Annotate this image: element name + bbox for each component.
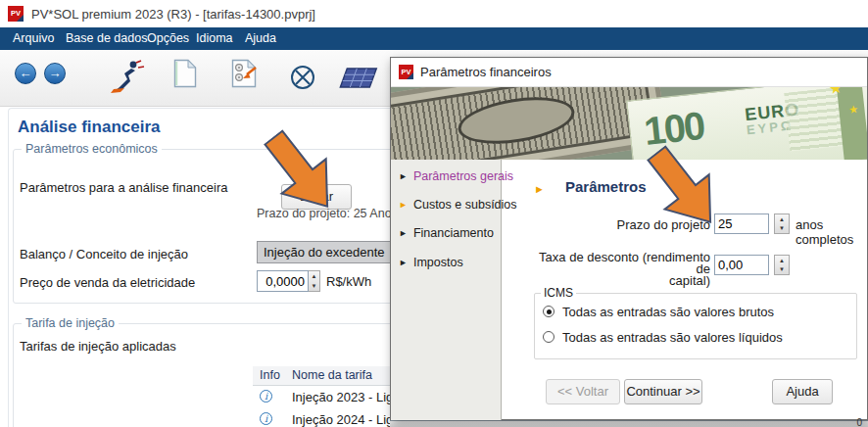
electricity-price-field: ▲▼ [257, 270, 320, 292]
group-tariff-label: Tarifa de injeção [22, 316, 119, 330]
pv-module-icon[interactable] [337, 67, 378, 93]
menu-base-de-dados[interactable]: Base de dados [66, 31, 147, 45]
discount-rate-input[interactable] [714, 255, 769, 275]
icms-label: ICMS [541, 286, 576, 300]
new-project-icon[interactable] [173, 59, 197, 91]
money-banner-image: 100 EURO ΕΥΡΩ ★ ★ [391, 87, 867, 160]
triangle-icon: ► [534, 183, 545, 195]
nav-financiamento[interactable]: ►Financiamento [399, 225, 494, 245]
cancel-icon[interactable] [290, 65, 315, 93]
electricity-price-label: Preço de venda da eletricidade [20, 275, 195, 290]
project-report-icon[interactable] [231, 59, 259, 91]
financial-params-label: Parâmetros para a análise financeira [20, 180, 227, 195]
electricity-price-unit: R$/kWh [326, 274, 371, 289]
status-strip [390, 420, 868, 427]
menu-idioma[interactable]: Idioma [196, 31, 233, 45]
back-button[interactable]: << Voltar [546, 379, 620, 404]
help-button[interactable]: Ajuda [772, 379, 833, 404]
continue-button[interactable]: Continuar >> [624, 379, 702, 404]
radio-gross-label[interactable]: Todas as entradas são valores brutos [562, 305, 774, 319]
dialog-titlebar[interactable]: PV Parâmetros financeiros [391, 58, 867, 87]
spin-down-icon[interactable]: ▼ [775, 265, 789, 275]
euro-star-icon: ★ [828, 87, 843, 98]
page-title: Análise financeira [18, 118, 161, 137]
run-simulation-icon[interactable] [110, 59, 145, 99]
menubar: Arquivo Base de dados Opções Idioma Ajud… [0, 27, 868, 50]
menu-arquivo[interactable]: Arquivo [13, 31, 54, 45]
electricity-price-input[interactable] [257, 270, 309, 292]
discount-rate-label: Taxa de desconto (rendimento de capital) [538, 252, 710, 287]
discount-rate-spinner[interactable]: ▲▼ [774, 255, 790, 275]
spin-down-icon[interactable]: ▼ [775, 224, 789, 234]
forward-icon[interactable]: → [44, 63, 66, 84]
back-icon[interactable]: ← [15, 63, 36, 84]
project-term-input[interactable] [714, 214, 769, 234]
menu-ajuda[interactable]: Ajuda [245, 31, 276, 45]
dialog-sidebar: ►Parâmetros gerais ►Custos e subsídios ►… [391, 160, 502, 420]
window-title: PV*SOL premium 2023 (R3) - [tarifas-1430… [31, 7, 315, 22]
nav-impostos[interactable]: ►Impostos [399, 255, 463, 274]
nav-custos-e-subsidios[interactable]: ►Custos e subsídios [399, 197, 517, 216]
spin-up-icon[interactable]: ▲ [775, 214, 789, 224]
triangle-icon: ► [399, 171, 408, 181]
nav-parametros-gerais[interactable]: ►Parâmetros gerais [399, 168, 513, 188]
col-name: Nome da tarifa [292, 368, 372, 382]
info-icon[interactable]: i [260, 412, 272, 425]
dialog-icon: PV [399, 65, 413, 79]
project-term-field [714, 214, 769, 234]
radio-net-label[interactable]: Todas as entradas são valores líquidos [562, 330, 783, 345]
spin-down-icon[interactable]: ▼ [309, 281, 319, 291]
euro-star-icon: ★ [848, 103, 859, 117]
electricity-price-spinner[interactable]: ▲▼ [309, 270, 320, 292]
radio-gross-values[interactable] [543, 306, 555, 317]
icms-groupbox: ICMS Todas as entradas são valores bruto… [534, 293, 857, 359]
menu-opcoes[interactable]: Opções [147, 31, 189, 45]
radio-net-values[interactable] [543, 331, 555, 343]
col-info: Info [260, 368, 280, 382]
financial-parameters-dialog: PV Parâmetros financeiros 100 EURO ΕΥΡΩ … [390, 57, 868, 420]
dialog-title: Parâmetros financeiros [420, 65, 552, 79]
balance-concept-select[interactable]: Injeção do excedente [257, 241, 404, 263]
app-logo-icon: PV [8, 6, 24, 22]
group-economic-label: Parâmetros econômicos [22, 142, 162, 156]
info-icon[interactable]: i [260, 390, 272, 403]
applied-tariffs-label: Tarifas de injeção aplicadas [20, 339, 176, 354]
dollar-bill-art [391, 87, 669, 160]
spin-up-icon[interactable]: ▲ [775, 256, 789, 265]
triangle-icon: ► [399, 228, 408, 238]
screen: PV PV*SOL premium 2023 (R3) - [tarifas-1… [0, 0, 868, 427]
discount-rate-field [714, 255, 769, 275]
project-term-spinner[interactable]: ▲▼ [774, 214, 790, 234]
status-value: 0 [843, 417, 862, 427]
main-titlebar: PV PV*SOL premium 2023 (R3) - [tarifas-1… [0, 0, 868, 27]
spin-up-icon[interactable]: ▲ [309, 271, 319, 281]
triangle-icon: ► [399, 200, 408, 210]
triangle-icon: ► [399, 258, 408, 267]
balance-concept-label: Balanço / Conceito de injeção [20, 247, 188, 261]
project-term-unit: anos completos [796, 217, 867, 247]
